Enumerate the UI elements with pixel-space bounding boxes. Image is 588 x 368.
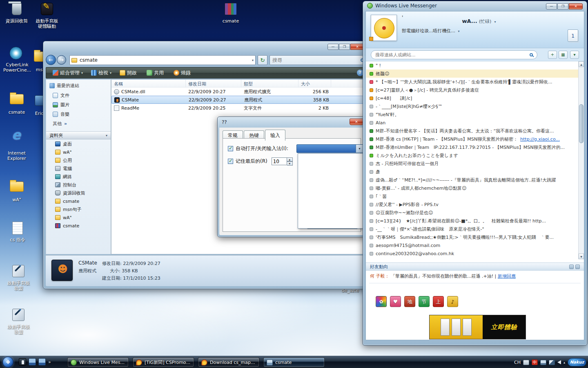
desktop-icon-pen-tablet-1[interactable]: 啟動手寫板 歌盟 <box>5 264 32 291</box>
toolbar-button[interactable]: 共用 <box>143 68 169 78</box>
pen-tablet-icon[interactable] <box>549 360 555 365</box>
tree-item[interactable]: csmate <box>46 222 111 230</box>
tree-item[interactable]: 控制台 <box>46 181 111 189</box>
column-header[interactable]: 類型 <box>241 80 298 87</box>
tree-item[interactable]: 桌面 <box>46 140 111 148</box>
search-box[interactable] <box>270 55 367 65</box>
column-header[interactable]: 修改日期 <box>186 80 241 87</box>
name-dropdown-icon[interactable]: ▾ <box>494 20 496 24</box>
desktop-icon-wa-folder[interactable]: wA" <box>3 178 30 202</box>
volume-icon[interactable] <box>557 360 561 364</box>
dialog-tab[interactable]: 输入 <box>265 130 285 141</box>
desktop-icon-csmate-folder[interactable]: csmate <box>3 91 30 115</box>
close-button[interactable]: ✕ <box>569 3 583 9</box>
contact-row[interactable]: * 【~啪~】'''旁人大鬧抗議,我卻靜坐'+!-/]|[-｀生命要靠水份維持'… <box>366 78 578 86</box>
minimize-button[interactable]: — <box>546 3 557 9</box>
contact-row[interactable]: ｢｀茵 <box>366 192 578 200</box>
taskbar-button[interactable]: csmate <box>263 357 325 367</box>
switch-windows-icon[interactable] <box>38 358 46 366</box>
tree-item[interactable]: 網路 <box>46 173 111 181</box>
message-dropdown-icon[interactable]: ▾ <box>458 29 459 33</box>
contact-row[interactable]: M群-不知道什麼名字 - 【笑话】两夫妻去看公寓。太太说：“我不喜欢这栋公寓。你… <box>366 127 578 135</box>
hearts-icon[interactable]: ♥ <box>390 296 401 307</box>
contact-row[interactable]: 虛偽...殺♂｀''ME?!..*]=////~~------ -『華麗的面具』… <box>366 176 578 184</box>
spinner-input[interactable] <box>272 157 287 165</box>
avatar[interactable] <box>371 15 397 41</box>
contact-search-box[interactable] <box>371 50 537 59</box>
tree-item[interactable]: 公用 <box>46 156 111 164</box>
quick-launch-overflow-icon[interactable]: » <box>48 359 51 365</box>
ime-combobox[interactable]: ▾ <box>296 144 363 153</box>
mail-icon[interactable]: 1 <box>568 29 578 42</box>
film-icon[interactable] <box>575 265 580 269</box>
file-row[interactable]: ReadMe 22/9/2009 20:25 文字文件 2 KB <box>111 104 366 112</box>
taskbar-button[interactable]: [TiG新聞] CSPromo... <box>133 357 194 367</box>
language-indicator[interactable]: CH <box>514 360 521 365</box>
contact-row[interactable]: ☺豆腐防中~~瀨顠仔是也☺ <box>366 209 578 217</box>
desktop-icon-recycle-bin[interactable]: 資源回收筒 <box>3 2 30 24</box>
user-name-row[interactable]: wA... (忙碌) ▾ <box>403 18 555 25</box>
tree-item[interactable]: 電腦 <box>46 164 111 173</box>
add-contact-button[interactable]: + <box>548 51 557 59</box>
toolbar-button[interactable]: 開啟 <box>116 68 142 78</box>
ad-banner[interactable]: 立即體驗 <box>429 315 526 339</box>
feed-reply-link[interactable]: 新增回應 <box>498 274 516 279</box>
status-message[interactable]: 部電腦好垃圾...唔打機住... <box>402 28 455 34</box>
contact-row[interactable]: Alan <box>366 119 578 127</box>
file-row[interactable]: CSMate.dll 22/9/2009 20:27 應用程式擴充 256 KB <box>111 88 366 96</box>
scrollbar-thumb[interactable] <box>579 104 584 143</box>
contact-row[interactable]: 嘟-黃蘇...' - 成班人都chemchem地☺點算☺ <box>366 184 578 192</box>
desktop-icon-pen-tablet-2[interactable]: 啟動手寫板 歌盟 <box>5 307 32 335</box>
view-options-button[interactable]: ▦ <box>559 51 568 59</box>
folders-collapse-icon[interactable]: ▾ <box>106 134 107 137</box>
pinwheel-icon[interactable]: ✿ <box>376 296 387 307</box>
tree-item[interactable]: 資源回收筒 <box>46 189 111 197</box>
column-header[interactable]: 名稱 <box>111 80 186 87</box>
nakuz-tray-logo[interactable]: Nakuz <box>568 358 586 366</box>
contact-row[interactable]: -｀____[M]iste[R]hG≠缨×少§™ <box>366 102 578 110</box>
contact-row[interactable]: M群-香港nUmBer｜Team IP:222.167.117.79:27015… <box>366 143 578 151</box>
contact-search-input[interactable] <box>375 52 530 58</box>
start-button[interactable]: ❖ <box>2 357 13 368</box>
remember-checkbox[interactable] <box>228 159 233 164</box>
language-bar-icon[interactable] <box>19 358 26 366</box>
file-row[interactable]: CSMate 22/9/2009 20:27 應用程式 358 KB <box>111 96 366 104</box>
contact-row[interactable]: " ! <box>366 61 578 70</box>
contact-row[interactable]: '冇事SMS SumikaBread;;★倒數1天;>｀明天要接機啦!!!--男… <box>366 233 578 241</box>
contact-scrollbar[interactable]: ▲ ▼ <box>578 61 584 259</box>
desktop-icon-cs-command[interactable]: cs 指令 <box>4 221 31 242</box>
maximize-button[interactable]: ❐ <box>339 44 350 50</box>
search-input[interactable] <box>272 57 361 63</box>
restore-button[interactable]: ❐ <box>557 3 568 9</box>
tree-item[interactable]: wA" <box>46 148 111 156</box>
contact-row[interactable]: //爱乂君'' - ▶PPS影音 - PPS.tv <box>366 200 578 209</box>
display-icon[interactable] <box>540 360 546 365</box>
chinese-ime-icon[interactable]: 中 <box>532 359 538 365</box>
games-icon[interactable]: 节 <box>419 296 430 307</box>
activity-feed-item[interactable]: 何 子毅： 「華麗的面具」不知你現在聽什麼的歌...莊遜 .+油! | 新增回應 <box>370 273 581 279</box>
tree-item[interactable]: msn句子 <box>46 205 111 213</box>
toolbar-button[interactable]: 組合管理 ▾ <box>49 68 86 78</box>
contact-row[interactable]: [c=48] 諌[/c] <box>366 94 578 102</box>
combobox-value[interactable] <box>297 145 356 153</box>
spinner-up-button[interactable]: ▲ <box>287 157 293 162</box>
desktop-icon-tablet-driver[interactable]: 啟動手寫板 硬體驅動 <box>33 2 60 29</box>
refresh-button[interactable]: ↻ <box>258 55 267 65</box>
back-button[interactable]: ← <box>46 55 56 65</box>
scroll-up-button[interactable]: ▲ <box>579 61 584 67</box>
user-name[interactable]: wA... <box>462 18 477 24</box>
hell-girl-icon[interactable]: 地 <box>404 296 415 307</box>
contact-row[interactable]: continue20032002@vahoo.com.hk <box>366 249 578 258</box>
breadcrumb[interactable]: csmate <box>80 57 98 63</box>
tray-expand-icon[interactable]: ▴ <box>564 361 565 364</box>
minimize-button[interactable]: — <box>327 44 339 50</box>
bell-icon[interactable]: ♪ <box>447 296 458 307</box>
combobox-open-list[interactable] <box>298 153 363 229</box>
spinner-down-button[interactable]: ▼ <box>287 162 293 166</box>
desktop-icon-csmate-rar[interactable]: csmate <box>217 2 244 24</box>
contact-row[interactable]: 杰 - 只想時間可停留在這一個月 <box>366 159 578 168</box>
contact-row[interactable]: [c=13][24} ★[/c]丫彯.希望就在眼前☺-■*,。口。。 桂難菊桂會… <box>366 217 578 225</box>
scroll-down-button[interactable]: ▼ <box>579 254 584 259</box>
address-bar[interactable]: csmate ▾ <box>69 55 256 65</box>
auto-ime-checkbox[interactable] <box>228 146 233 151</box>
